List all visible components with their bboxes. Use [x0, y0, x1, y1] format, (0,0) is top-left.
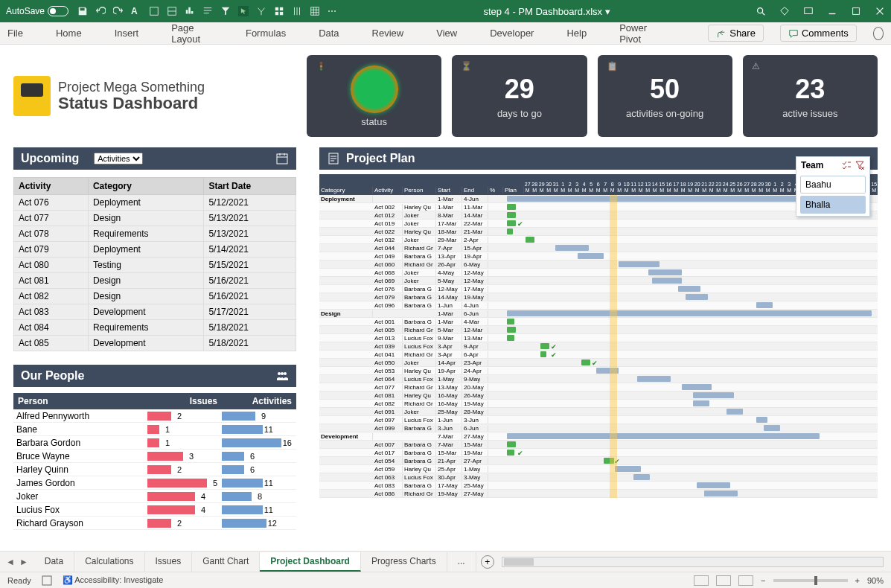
gantt-row[interactable]: Act 082Richard Gr16-May19-May	[319, 400, 878, 408]
gantt-row[interactable]: Act 086Richard Gr19-May27-May	[319, 490, 878, 498]
search-icon[interactable]	[756, 6, 766, 16]
list-item[interactable]: Harley Quinn 2 6	[13, 463, 296, 476]
view-normal-icon[interactable]	[694, 575, 709, 586]
slicer-option[interactable]: Bhalla	[800, 196, 866, 214]
ribbon-tab-developer[interactable]: Developer	[490, 28, 534, 39]
share-button[interactable]: Share	[708, 25, 764, 42]
gantt-row[interactable]: Act 041Richard Gr3-Apr6-Apr✔	[319, 351, 878, 359]
upcoming-filter[interactable]: Activities	[94, 153, 143, 164]
gantt-row[interactable]: Act 019Joker17-Mar22-Mar✔	[319, 220, 878, 228]
gantt-row[interactable]: Act 079Barbara G14-May19-May	[319, 293, 878, 301]
table-row[interactable]: Act 082Design5/16/2021	[14, 289, 296, 304]
table-icon[interactable]	[310, 6, 320, 16]
autosave-toggle[interactable]: AutoSave	[6, 6, 68, 16]
save-icon[interactable]	[77, 6, 88, 16]
tab-next-icon[interactable]: ►	[19, 557, 28, 567]
macro-icon[interactable]	[42, 575, 52, 586]
gantt-row[interactable]: Act 005Richard Gr5-Mar12-Mar	[319, 326, 878, 334]
gantt-row[interactable]: Act 007Barbara G7-Mar15-Mar	[319, 441, 878, 449]
gantt-row[interactable]: Act 077Richard Gr13-May20-May	[319, 383, 878, 392]
zoom-slider[interactable]	[773, 579, 848, 582]
list-item[interactable]: Joker 4 8	[13, 490, 296, 503]
gantt-row[interactable]: Act 039Lucius Fox3-Apr9-Apr✔	[319, 342, 878, 351]
table-row[interactable]: Act 084Requirements5/18/2021	[14, 320, 296, 336]
gantt-row[interactable]: Act 060Richard Gr26-Apr6-May	[319, 261, 878, 269]
comments-button[interactable]: Comments	[780, 25, 857, 42]
list-item[interactable]: Bane 1 11	[13, 423, 296, 436]
tab-prev-icon[interactable]: ◄	[6, 557, 15, 567]
border-icon[interactable]	[149, 6, 159, 16]
table-row[interactable]: Act 081Design5/16/2021	[14, 273, 296, 289]
redo-icon[interactable]	[113, 6, 124, 16]
sheet-tab[interactable]: Calculations	[74, 552, 144, 572]
ribbon-tab-review[interactable]: Review	[372, 28, 404, 39]
table-row[interactable]: Act 085Development5/18/2021	[14, 336, 296, 351]
gantt-row[interactable]: Act 044Richard Gr7-Apr15-Apr	[319, 244, 878, 252]
sheet-tab[interactable]: ...	[447, 552, 476, 572]
align-icon[interactable]	[202, 6, 213, 16]
horizontal-scrollbar[interactable]	[502, 557, 884, 567]
gantt-row[interactable]: Act 054Barbara G21-Apr27-Apr✔	[319, 457, 878, 465]
gantt-row[interactable]: Act 001Barbara G1-Mar4-Mar	[319, 318, 878, 326]
list-item[interactable]: Bruce Wayne 3 6	[13, 450, 296, 463]
table-row[interactable]: Act 078Requirements5/13/2021	[14, 226, 296, 242]
gantt-row[interactable]: Act 002Harley Qu1-Mar11-Mar	[319, 203, 878, 211]
gantt-chart[interactable]: Category Activity Person Start End % Pla…	[319, 174, 878, 517]
list-item[interactable]: James Gordon 5 11	[13, 476, 296, 490]
gantt-row[interactable]: Act 068Joker4-May12-May	[319, 269, 878, 277]
ribbon-tab-home[interactable]: Home	[56, 28, 82, 39]
gantt-row[interactable]: Act 069Joker5-May12-May	[319, 277, 878, 285]
gantt-row[interactable]: Act 059Harley Qu25-Apr1-May	[319, 465, 878, 473]
gantt-row[interactable]: Design1-Mar6-Jun	[319, 310, 878, 318]
list-item[interactable]: Barbara Gordon 1 16	[13, 436, 296, 450]
ribbon-tab-file[interactable]: File	[7, 28, 23, 39]
sheet-tab[interactable]: Gantt Chart	[192, 552, 260, 572]
gantt-row[interactable]: Act 063Lucius Fox30-Apr3-May	[319, 473, 878, 482]
ribbon-display-icon[interactable]	[803, 6, 814, 16]
team-slicer[interactable]: Team BaahuBhalla	[796, 156, 870, 217]
filename[interactable]: step 4 - PM Dashboard.xlsx ▾	[338, 6, 756, 17]
maximize-icon[interactable]	[851, 6, 861, 16]
gantt-row[interactable]: Act 091Joker25-May28-May	[319, 408, 878, 416]
border2-icon[interactable]	[167, 6, 177, 16]
view-pagelayout-icon[interactable]	[716, 575, 731, 586]
table-row[interactable]: Act 079Deployment5/14/2021	[14, 242, 296, 258]
gantt-row[interactable]: Act 096Barbara G1-Jun4-Jun	[319, 301, 878, 310]
clear-filter-icon[interactable]	[855, 160, 865, 170]
gantt-row[interactable]: Act 049Barbara G13-Apr19-Apr	[319, 252, 878, 261]
gantt-row[interactable]: Act 013Lucius Fox9-Mar13-Mar	[319, 334, 878, 342]
diamond-icon[interactable]	[779, 6, 790, 16]
gantt-row[interactable]: Act 050Joker14-Apr23-Apr✔	[319, 359, 878, 367]
filter-icon[interactable]	[220, 6, 231, 16]
ribbon-tab-page-layout[interactable]: Page Layout	[171, 22, 213, 45]
list-item[interactable]: Lucius Fox 4 11	[13, 503, 296, 517]
sheet-tab[interactable]: Data	[34, 552, 74, 572]
table-row[interactable]: Act 080Testing5/15/2021	[14, 258, 296, 273]
new-sheet-button[interactable]: +	[481, 555, 494, 569]
zoom-out-icon[interactable]: −	[761, 576, 765, 585]
undo-icon[interactable]	[95, 6, 106, 16]
gantt-row[interactable]: Act 032Joker29-Mar2-Apr	[319, 236, 878, 244]
gantt-row[interactable]: Act 053Harley Qu19-Apr24-Apr	[319, 367, 878, 375]
grid2-icon[interactable]	[292, 6, 302, 16]
table-row[interactable]: Act 076Deployment5/12/2021	[14, 195, 296, 211]
zoom-in-icon[interactable]: +	[855, 576, 860, 585]
multiselect-icon[interactable]	[841, 160, 852, 170]
slicer-option[interactable]: Baahu	[800, 176, 866, 194]
more-icon[interactable]: ⋯	[328, 6, 338, 16]
table-row[interactable]: Act 077Design5/13/2021	[14, 211, 296, 226]
ribbon-tab-help[interactable]: Help	[566, 28, 587, 39]
feedback-icon[interactable]	[873, 27, 884, 40]
pointer-icon[interactable]	[238, 6, 249, 16]
ribbon-tab-view[interactable]: View	[436, 28, 457, 39]
gantt-row[interactable]: Act 076Barbara G12-May17-May	[319, 285, 878, 293]
sheet-tab[interactable]: Project Dashboard	[260, 552, 361, 572]
list-item[interactable]: Richard Grayson 2 12	[13, 517, 296, 530]
ribbon-tab-data[interactable]: Data	[319, 28, 339, 39]
sheet-tab[interactable]: Issues	[145, 552, 193, 572]
gantt-row[interactable]: Act 099Barbara G3-Jun6-Jun	[319, 424, 878, 432]
font-icon[interactable]: A	[131, 6, 141, 16]
ribbon-tab-power-pivot[interactable]: Power Pivot	[619, 22, 659, 45]
view-pagebreak-icon[interactable]	[738, 575, 753, 586]
gantt-row[interactable]: Development7-Mar27-May	[319, 432, 878, 441]
